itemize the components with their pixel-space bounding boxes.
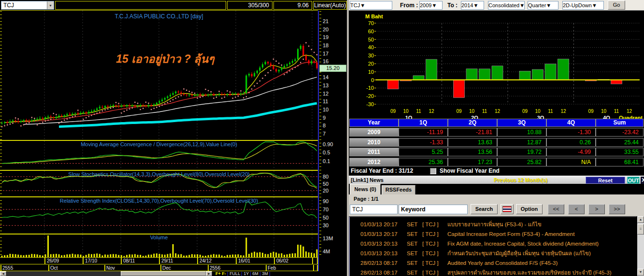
show-fiscal-label: Show Fiscal Year End	[440, 167, 500, 174]
date-tick	[159, 258, 160, 264]
chevron-down-icon[interactable]: ▼	[360, 2, 365, 8]
news-item[interactable]: 01/03/13 20:13SET[ TCJ ]Fix AGM date, In…	[350, 239, 637, 248]
last-page-button[interactable]: >>	[609, 204, 625, 214]
out-button[interactable]: OUT	[627, 177, 640, 184]
news-item[interactable]: 01/03/13 20:17SET[ TCJ ]Capital Increase…	[350, 229, 637, 239]
panel-divider	[0, 140, 318, 141]
news-symbol-input[interactable]	[350, 205, 398, 214]
month-label: Dec	[162, 265, 171, 271]
next-page-button[interactable]: >	[588, 204, 605, 214]
search-button[interactable]: Search	[471, 204, 498, 214]
date-label: 17/10	[85, 258, 97, 263]
news-item[interactable]: 28/02/13 08:17SET[ TCJ ]สรุปผลการดำเนินง…	[350, 268, 637, 276]
month-label: Feb	[268, 265, 276, 271]
range-3m-button[interactable]: 3M	[262, 271, 268, 276]
bar-year-label: 10	[403, 109, 409, 114]
date-label: 16/01	[238, 258, 250, 263]
scroll-right-button[interactable]: ▶	[206, 271, 212, 276]
language-toggle-button[interactable]	[501, 204, 514, 214]
indicator-axis-label: 90	[323, 198, 329, 204]
chevron-down-icon[interactable]: ▼	[431, 2, 437, 8]
first-page-button[interactable]: <<	[548, 204, 564, 214]
left-tick-ruler	[0, 11, 2, 257]
to-year-value: 2014	[461, 2, 473, 8]
scroll-down-button[interactable]: ▼	[637, 269, 644, 276]
table-value-cell: -1.30	[546, 128, 596, 137]
symbol-combobox[interactable]: TCJ ▼	[350, 1, 392, 10]
news-title: สรุปผลการดำเนินงานของบจ.และรวมของบริษัทย…	[447, 270, 612, 276]
news-item[interactable]: 01/03/13 20:17SET[ TCJ ]แบบรายงานการเพิ่…	[350, 220, 637, 229]
month-axis: 2555OctNovDec2556Feb	[0, 265, 318, 271]
quarterly-bar-chart: 706050403020100-10-20-30091011121Q091011…	[349, 11, 644, 120]
axis-divider	[318, 11, 319, 271]
month-tick	[266, 265, 267, 271]
chevron-down-icon[interactable]: ▼	[473, 2, 478, 8]
table-header-cell: Year	[349, 119, 399, 127]
table-value-cell: 13.63	[448, 138, 497, 147]
view-mode-select[interactable]: 2D-UpDown ▼	[562, 1, 604, 10]
zoom-out-button[interactable]: F-	[222, 271, 226, 276]
month-tick	[313, 265, 314, 271]
go-button[interactable]: Go	[608, 0, 625, 10]
bar-chart-canvas: 706050403020100-10-20-30091011121Q091011…	[349, 11, 644, 120]
news-item[interactable]: 28/02/13 08:17SET[ TCJ ]Audited Yearly a…	[350, 258, 637, 268]
chart-scrollbar-track[interactable]	[6, 271, 206, 276]
price-chart-canvas[interactable]	[0, 11, 318, 140]
news-sym: [ TCJ ]	[422, 248, 447, 258]
price-axis-label: 19	[323, 34, 329, 40]
close-button[interactable]: X	[641, 177, 644, 184]
bar-2Q-09	[454, 80, 465, 98]
show-fiscal-checkbox[interactable]	[430, 168, 436, 174]
news-scrollbar[interactable]: ▲ ≡ ▼	[637, 216, 644, 276]
table-value-cell: -4.99	[546, 148, 596, 156]
chart-scrollbar-thumb[interactable]	[121, 271, 206, 276]
scroll-left-button[interactable]: ◀	[0, 271, 6, 276]
indicator-axis-label: 0.1	[323, 158, 330, 164]
table-value-cell: 10.88	[497, 128, 546, 137]
indicator-axis-label: 20	[323, 188, 329, 193]
statement-type-select[interactable]: Consolidated ▼	[488, 1, 525, 10]
indicator-axis-label: 4M	[323, 248, 330, 254]
table-header-cell: 1Q	[399, 119, 448, 127]
table-year-cell: 2009	[349, 128, 399, 137]
chart-stack: T.C.J.ASIA PUBLIC CO.,LTD [day] 15 เอาอย…	[0, 0, 347, 276]
chevron-down-icon[interactable]: ▼	[519, 2, 525, 8]
chevron-down-icon[interactable]: ▼	[592, 2, 597, 8]
news-keyword-input[interactable]	[399, 205, 468, 214]
prev-page-button[interactable]: <	[568, 204, 585, 214]
range-full-button[interactable]: FULL	[229, 271, 240, 276]
table-value-cell: -1.33	[399, 138, 448, 147]
bar-2Q-11	[479, 69, 490, 80]
news-sym: [ TCJ ]	[422, 220, 447, 229]
from-year-select[interactable]: 2009 ▼	[419, 1, 443, 10]
tab-news[interactable]: News (0)	[350, 184, 381, 194]
reset-button[interactable]: Reset	[586, 177, 625, 184]
bar-ytick-label: 70	[368, 20, 374, 26]
news-scrollbar-thumb[interactable]: ≡	[637, 224, 644, 235]
indicator-axis-label: 30	[323, 222, 329, 228]
zoom-in-button[interactable]: F+	[215, 271, 221, 276]
date-tick	[83, 258, 84, 264]
scroll-up-button[interactable]: ▲	[637, 216, 644, 223]
bar-year-label: 11	[416, 109, 421, 114]
date-label: 24/12	[200, 258, 212, 263]
to-year-select[interactable]: 2014 ▼	[461, 1, 484, 10]
bar-ytick-label: 40	[368, 44, 374, 50]
table-value-cell: -23.42	[596, 128, 644, 137]
option-button[interactable]: Option	[516, 204, 543, 214]
trading-workspace: TCJ ▼ 305/300 9.06 Linear(Auto) T.C.J.AS…	[0, 0, 644, 276]
period-select[interactable]: Quarter ▼	[528, 1, 558, 10]
range-6m-button[interactable]: 6M	[252, 271, 258, 276]
news-sym: [ TCJ ]	[422, 258, 447, 268]
news-sym: [ TCJ ]	[422, 239, 447, 248]
bar-year-label: 09	[522, 109, 528, 114]
price-axis-label: 18	[323, 42, 329, 48]
chevron-down-icon[interactable]: ▼	[546, 2, 551, 8]
indicator-axis-label: 70	[323, 207, 329, 212]
news-item[interactable]: 01/03/13 20:13SET[ TCJ ]กำหนดวันประชุมสา…	[350, 248, 637, 258]
tab-rssfeeds[interactable]: RSSFeeds	[382, 185, 415, 194]
range-1y-button[interactable]: 1Y	[243, 271, 249, 276]
from-label: From :	[400, 2, 418, 9]
month-tick	[0, 265, 1, 271]
indicator-axis-label: 0.5	[323, 150, 330, 155]
